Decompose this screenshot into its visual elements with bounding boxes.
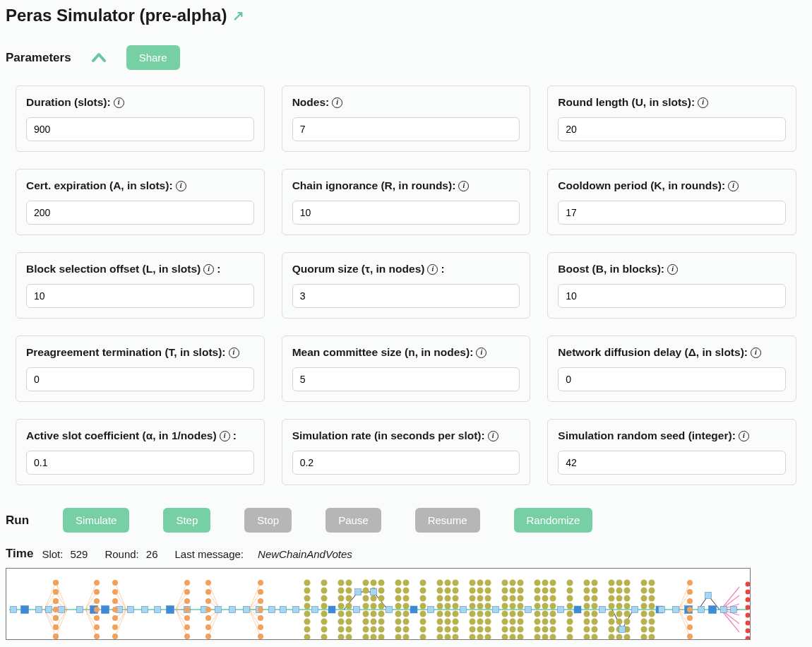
info-icon[interactable]: i: [476, 348, 486, 358]
svg-point-335: [567, 634, 573, 641]
param-input-duration[interactable]: [26, 117, 254, 141]
svg-rect-353: [599, 607, 606, 613]
param-label-text: Nodes:: [292, 96, 330, 109]
svg-point-179: [363, 595, 369, 602]
param-input-seed[interactable]: [558, 451, 786, 475]
svg-point-365: [616, 603, 623, 610]
svg-point-164: [338, 611, 345, 617]
resume-button[interactable]: Resume: [415, 508, 480, 533]
param-input-chainIgnorance[interactable]: [292, 201, 520, 225]
info-icon[interactable]: i: [728, 181, 739, 191]
svg-point-307: [535, 611, 541, 617]
svg-point-272: [485, 603, 491, 610]
param-input-roundLength[interactable]: [558, 117, 786, 141]
svg-point-241: [445, 619, 451, 625]
info-icon[interactable]: i: [203, 264, 214, 275]
param-input-blockSelection[interactable]: [26, 284, 254, 308]
svg-point-282: [502, 611, 508, 617]
param-input-cooldown[interactable]: [558, 201, 786, 225]
param-input-certExpiration[interactable]: [26, 201, 254, 225]
info-icon[interactable]: i: [332, 97, 342, 108]
svg-point-220: [420, 588, 426, 594]
svg-point-100: [53, 589, 59, 595]
info-icon[interactable]: i: [751, 348, 761, 358]
svg-rect-277: [493, 607, 499, 613]
svg-point-288: [510, 595, 516, 602]
svg-point-122: [184, 598, 190, 604]
randomize-button[interactable]: Randomize: [514, 508, 593, 533]
info-icon[interactable]: i: [458, 181, 469, 191]
info-icon[interactable]: i: [220, 431, 230, 441]
svg-point-261: [477, 580, 484, 586]
run-buttons: Simulate Step Stop Pause Resume Randomiz…: [63, 508, 592, 533]
param-input-committee[interactable]: [292, 367, 520, 391]
info-icon[interactable]: i: [427, 264, 438, 275]
svg-point-236: [445, 580, 451, 586]
svg-point-188: [371, 603, 377, 610]
info-icon[interactable]: i: [229, 348, 239, 358]
svg-point-246: [453, 595, 459, 602]
svg-point-193: [378, 580, 385, 586]
svg-rect-403: [709, 606, 717, 614]
param-input-preagreement[interactable]: [26, 367, 254, 391]
param-card-duration: Duration (slots): i: [16, 85, 265, 152]
param-label-committee: Mean committee size (n, in nodes): i: [292, 346, 520, 359]
svg-rect-252: [460, 607, 467, 613]
svg-point-300: [518, 627, 524, 633]
svg-point-115: [112, 598, 118, 604]
info-icon[interactable]: i: [739, 431, 749, 441]
external-link-icon[interactable]: ↗: [232, 7, 244, 24]
page-title: Peras Simulator (pre-alpha) ↗: [6, 6, 806, 25]
param-input-quorum[interactable]: [292, 284, 520, 308]
svg-point-391: [649, 611, 655, 617]
svg-rect-176: [354, 607, 360, 613]
svg-point-210: [403, 580, 410, 586]
colon: :: [217, 263, 220, 275]
svg-point-349: [592, 611, 598, 617]
svg-point-416: [746, 598, 751, 603]
svg-rect-141: [293, 607, 299, 613]
param-label-text: Network diffusion delay (Δ, in slots):: [558, 346, 748, 359]
info-icon[interactable]: i: [488, 431, 498, 441]
info-icon[interactable]: i: [667, 264, 678, 275]
param-label-certExpiration: Cert. expiration (A, in slots): i: [26, 179, 254, 192]
svg-point-267: [477, 627, 484, 633]
param-label-text: Round length (U, in slots):: [558, 96, 695, 109]
svg-point-106: [94, 580, 100, 586]
svg-point-99: [53, 580, 59, 586]
svg-point-292: [510, 627, 516, 633]
svg-point-181: [363, 611, 369, 617]
param-input-nodes[interactable]: [292, 117, 520, 141]
svg-point-127: [205, 580, 211, 586]
svg-point-139: [258, 624, 263, 630]
svg-point-351: [592, 627, 598, 633]
svg-point-348: [592, 603, 598, 610]
param-input-diffusion[interactable]: [558, 367, 786, 391]
svg-point-158: [321, 634, 328, 641]
svg-point-244: [453, 580, 459, 586]
svg-point-362: [616, 580, 623, 586]
svg-point-101: [53, 598, 59, 604]
param-label-nodes: Nodes: i: [292, 96, 520, 109]
simulate-button[interactable]: Simulate: [63, 508, 129, 533]
svg-point-240: [445, 611, 451, 617]
info-icon[interactable]: i: [114, 97, 124, 108]
share-button[interactable]: Share: [126, 45, 180, 70]
svg-point-114: [112, 589, 118, 595]
info-icon[interactable]: i: [698, 97, 708, 108]
param-input-simRate[interactable]: [292, 451, 520, 475]
param-input-activeSlot[interactable]: [26, 451, 254, 475]
chevron-up-icon[interactable]: [91, 49, 107, 67]
svg-point-242: [445, 627, 451, 633]
param-input-boost[interactable]: [558, 284, 786, 308]
param-label-seed: Simulation random seed (integer): i: [558, 429, 786, 442]
svg-point-328: [567, 580, 573, 586]
svg-point-109: [94, 607, 100, 612]
stop-button[interactable]: Stop: [244, 508, 292, 533]
pause-button[interactable]: Pause: [326, 508, 381, 533]
svg-point-133: [205, 634, 211, 639]
info-icon[interactable]: i: [176, 181, 186, 191]
step-button[interactable]: Step: [163, 508, 210, 533]
svg-point-153: [321, 595, 328, 602]
svg-rect-81: [142, 607, 148, 613]
